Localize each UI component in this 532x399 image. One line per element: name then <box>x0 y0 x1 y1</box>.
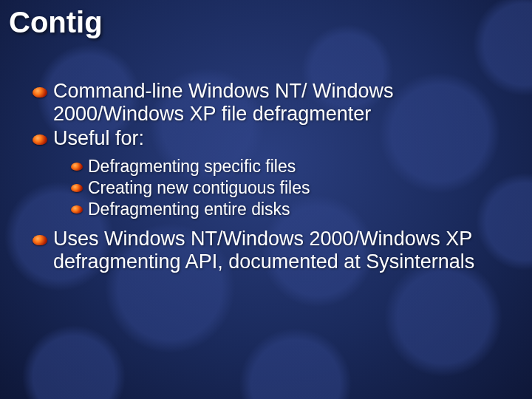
slide: Contig Command-line Windows NT/ Windows … <box>0 0 532 399</box>
bullet-icon <box>71 184 83 192</box>
sub-bullet-list: Defragmenting specific files Creating ne… <box>71 157 502 219</box>
bullet-icon <box>33 134 47 145</box>
bullet-icon <box>33 235 47 245</box>
bullet-item: Command-line Windows NT/ Windows 2000/Wi… <box>33 80 502 126</box>
bullet-icon <box>71 205 83 214</box>
sub-bullet-text: Defragmenting specific files <box>88 157 296 177</box>
sub-bullet-text: Creating new contiguous files <box>88 178 310 198</box>
bullet-icon <box>33 87 47 98</box>
sub-bullet-item: Defragmenting specific files <box>71 157 502 177</box>
sub-bullet-item: Creating new contiguous files <box>71 178 502 198</box>
bullet-item: Uses Windows NT/Windows 2000/Windows XP … <box>33 228 502 273</box>
bullet-text: Command-line Windows NT/ Windows 2000/Wi… <box>53 80 502 126</box>
bullet-item: Useful for: <box>33 127 502 150</box>
slide-content: Command-line Windows NT/ Windows 2000/Wi… <box>33 80 502 275</box>
sub-bullet-text: Defragmenting entire disks <box>88 200 290 219</box>
bullet-text: Uses Windows NT/Windows 2000/Windows XP … <box>53 228 502 273</box>
bullet-icon <box>71 163 83 171</box>
slide-title: Contig <box>9 6 103 39</box>
bullet-text: Useful for: <box>53 127 144 150</box>
sub-bullet-item: Defragmenting entire disks <box>71 200 502 219</box>
